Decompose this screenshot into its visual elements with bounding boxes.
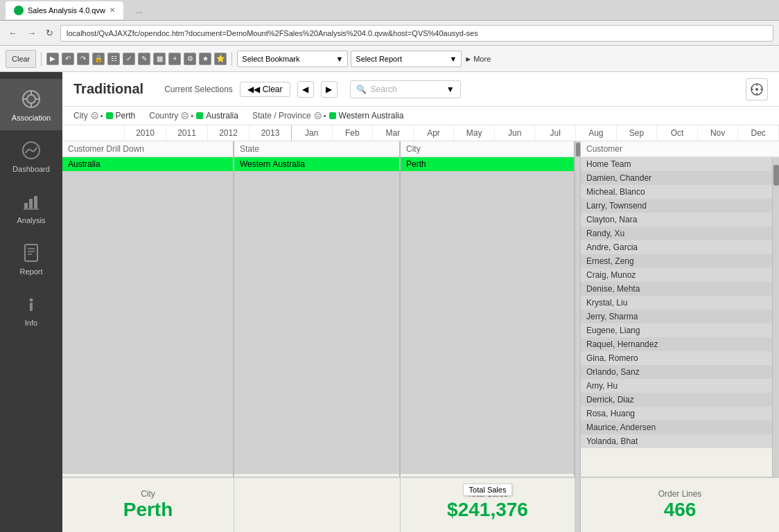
state-selected-item[interactable]: Western Australia — [234, 157, 399, 171]
summary-city-value: Perth — [123, 499, 173, 521]
summary-orderlines-label: Order Lines — [658, 489, 702, 499]
month-apr: Apr — [414, 125, 455, 141]
customer-item-14[interactable]: Gina, Romero — [581, 351, 779, 365]
header-forward-button[interactable]: ▶ — [321, 81, 338, 98]
select-bookmark-dropdown[interactable]: Select Bookmark ▼ — [237, 51, 348, 67]
customer-item-2[interactable]: Micheal, Blanco — [581, 185, 779, 199]
bookmark-star-button[interactable]: ⭐ — [214, 53, 227, 65]
summary-scrollbar-spacer — [575, 478, 581, 532]
sidebar-item-info[interactable]: Info — [0, 284, 62, 335]
customer-item-16[interactable]: Amy, Hu — [581, 379, 779, 393]
month-may: May — [454, 125, 495, 141]
city-list[interactable]: Perth — [401, 157, 574, 477]
customer-item-5[interactable]: Randy, Xu — [581, 227, 779, 240]
forward-button[interactable]: → — [24, 26, 39, 39]
content-panel: Traditional Current Selections ◀◀ Clear … — [62, 72, 779, 532]
customer-item-9[interactable]: Denise, Mehta — [581, 282, 779, 296]
customer-item-10[interactable]: Krystal, Liu — [581, 296, 779, 310]
separator-1 — [41, 52, 42, 66]
page-title: Traditional — [73, 81, 143, 97]
clear-button[interactable]: Clear — [6, 50, 36, 68]
drill-down-header: Customer Drill Down — [62, 141, 233, 157]
check-button[interactable]: ✓ — [123, 53, 135, 65]
sidebar-item-report[interactable]: Report — [0, 233, 62, 284]
search-placeholder: Search — [371, 85, 397, 94]
inactive-tab[interactable]: ... — [128, 1, 150, 19]
redo-button[interactable]: ↷ — [77, 53, 89, 65]
back-button[interactable]: ← — [6, 26, 20, 39]
select-report-dropdown[interactable]: Select Report ▼ — [351, 51, 462, 67]
customer-item-12[interactable]: Eugene, Liang — [581, 323, 779, 337]
lock-button[interactable]: 🔒 — [92, 53, 105, 65]
summary-sales-value: $241,376 — [447, 499, 528, 521]
selection-state-value: Western Australia — [339, 111, 404, 121]
customer-item-17[interactable]: Derrick, Diaz — [581, 393, 779, 407]
svg-point-1 — [27, 95, 35, 103]
customer-item-15[interactable]: Orlando, Sanz — [581, 365, 779, 379]
edit-button[interactable]: ✎ — [138, 53, 150, 65]
sidebar-item-analysis[interactable]: Analysis — [0, 181, 62, 233]
search-box[interactable]: 🔍 Search ▼ — [350, 80, 461, 98]
refresh-button[interactable]: ↻ — [43, 26, 56, 39]
browser-tab-bar: Sales Analysis 4.0.qvw ✕ ... — [0, 0, 779, 21]
customer-item-1[interactable]: Damien, Chander — [581, 171, 779, 185]
chart-button[interactable]: ▦ — [153, 53, 166, 65]
selection-city-field: City — [73, 111, 88, 121]
settings-button[interactable]: ⚙ — [184, 53, 196, 65]
selection-city-dot — [106, 112, 113, 119]
customer-item-18[interactable]: Rosa, Huang — [581, 407, 779, 420]
customer-item-0[interactable]: Home Team — [581, 157, 779, 171]
address-bar[interactable]: localhost/QvAJAXZfc/opendoc.htm?document… — [60, 25, 773, 42]
compass-button[interactable] — [746, 78, 768, 100]
year-2011: 2011 — [166, 125, 208, 141]
selection-city-icon: ☹ • — [91, 112, 103, 121]
star-button[interactable]: ★ — [199, 53, 211, 65]
select-bookmark-arrow: ▼ — [335, 55, 343, 63]
customer-scrollbar[interactable] — [772, 158, 779, 477]
clear-label: Clear — [12, 55, 30, 63]
month-jan: Jan — [292, 125, 333, 141]
play-button[interactable]: ▶ — [46, 53, 59, 65]
city-header: City — [401, 141, 574, 157]
info-icon — [19, 292, 43, 316]
layout-button[interactable]: ☷ — [107, 53, 120, 65]
selection-country-dot — [196, 112, 203, 119]
customer-item-19[interactable]: Maurice, Andersen — [581, 420, 779, 434]
undo-button[interactable]: ↶ — [62, 53, 74, 65]
customer-item-11[interactable]: Jerry, Sharma — [581, 310, 779, 323]
state-column: State Western Australia — [234, 141, 401, 477]
svg-rect-9 — [34, 196, 37, 209]
sidebar-item-association[interactable]: Association — [0, 79, 62, 130]
customer-item-13[interactable]: Raquel, Hernandez — [581, 337, 779, 351]
sidebar-label-association: Association — [12, 114, 51, 122]
customer-header: Customer — [581, 141, 779, 157]
timeline-header: 2010 2011 2012 2013 JanFebMarAprMayJunJu… — [62, 125, 779, 141]
drill-down-list[interactable]: Australia — [62, 157, 233, 477]
year-2013: 2013 — [250, 125, 291, 141]
drill-down-selected-item[interactable]: Australia — [62, 157, 233, 171]
tab-close-button[interactable]: ✕ — [110, 6, 115, 14]
more-button[interactable]: ► More — [464, 55, 491, 63]
city-selected-item[interactable]: Perth — [401, 157, 574, 171]
tab-favicon — [14, 6, 24, 15]
search-icon: 🔍 — [356, 85, 367, 94]
active-tab[interactable]: Sales Analysis 4.0.qvw ✕ — [6, 1, 123, 19]
customer-item-20[interactable]: Yolanda, Bhat — [581, 434, 779, 448]
customer-item-7[interactable]: Ernest, Zeng — [581, 254, 779, 268]
city-gray-area — [401, 171, 574, 474]
separator-2 — [231, 52, 232, 66]
customer-item-6[interactable]: Andre, Garcia — [581, 240, 779, 254]
more-arrow: ► — [464, 55, 472, 63]
customer-item-8[interactable]: Craig, Munoz — [581, 268, 779, 282]
city-scrollbar[interactable] — [575, 141, 581, 477]
header-clear-button[interactable]: ◀◀ Clear — [240, 82, 290, 97]
customer-list[interactable]: Home TeamDamien, ChanderMicheal, BlancoL… — [581, 157, 779, 477]
add-button[interactable]: + — [168, 53, 181, 65]
header-back-button[interactable]: ◀ — [297, 81, 314, 98]
customer-item-3[interactable]: Larry, Townsend — [581, 199, 779, 213]
customer-item-4[interactable]: Clayton, Nara — [581, 213, 779, 227]
sidebar-item-dashboard[interactable]: Dashboard — [0, 130, 62, 181]
state-list[interactable]: Western Australia — [234, 157, 399, 477]
total-sales-tooltip: Total Sales — [463, 484, 513, 496]
city-header-text: City — [406, 144, 421, 154]
